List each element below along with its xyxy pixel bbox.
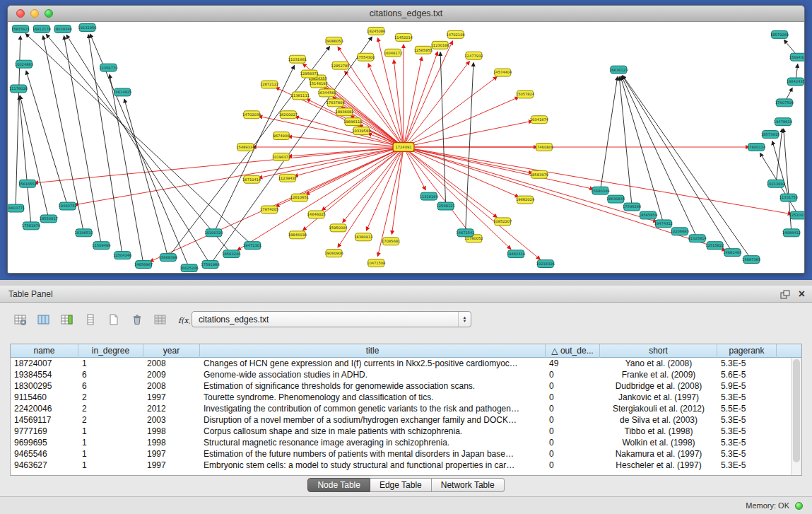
network-node[interactable]: 16380913 xyxy=(354,233,372,241)
network-node[interactable]: 17974005 xyxy=(260,206,278,214)
network-node[interactable]: 12565855 xyxy=(414,46,433,54)
network-node[interactable]: 10213692 xyxy=(767,180,785,187)
network-node[interactable]: 17581979 xyxy=(22,222,40,230)
network-node[interactable]: 9674906 xyxy=(273,132,290,140)
network-node[interactable]: 11178026 xyxy=(9,85,28,93)
network-node[interactable]: 15616553 xyxy=(18,180,37,187)
new-column-button[interactable] xyxy=(57,310,78,329)
network-node[interactable]: 17607509 xyxy=(775,99,794,107)
network-node[interactable]: 18563246 xyxy=(222,250,240,258)
table-row[interactable]: 1830029562008Estimation of significance … xyxy=(11,380,801,392)
network-node[interactable]: 15146197 xyxy=(310,80,328,88)
network-node[interactable]: 12520033 xyxy=(789,211,804,219)
column-header-short[interactable]: short xyxy=(600,344,717,358)
network-node[interactable]: 10200320 xyxy=(204,229,223,237)
new-table-button[interactable] xyxy=(103,310,124,329)
network-node[interactable]: 15668399 xyxy=(159,254,177,262)
table-row[interactable]: 1456911722003Disruption of a novel membe… xyxy=(11,414,801,426)
network-node[interactable]: 12356770 xyxy=(99,64,117,71)
network-node[interactable]: 19482416 xyxy=(507,250,525,258)
network-node[interactable]: 15489334 xyxy=(236,144,254,151)
network-canvas[interactable]: 1604617217554300128527851582435511381111… xyxy=(8,22,804,273)
table-row[interactable]: 977716911998Corpus callosum shape and si… xyxy=(11,426,801,437)
network-node[interactable]: 19478619 xyxy=(774,118,792,126)
network-node[interactable]: 19474312 xyxy=(654,220,673,228)
network-node[interactable]: 11381111 xyxy=(291,92,310,100)
network-node[interactable]: 18200027 xyxy=(279,111,298,119)
network-node[interactable]: 12610651 xyxy=(290,194,309,201)
network-node[interactable]: 18550617 xyxy=(40,215,58,223)
network-node[interactable]: 14688412 xyxy=(782,229,801,237)
network-node[interactable]: 11325814 xyxy=(688,235,707,243)
table-selector[interactable]: citations_edges.txt ▲▼ xyxy=(192,311,471,327)
network-node[interactable]: 15680349 xyxy=(591,187,609,194)
network-node[interactable]: 11239437 xyxy=(278,174,297,182)
network-node[interactable]: 18579269 xyxy=(770,30,789,38)
scrollbar-thumb[interactable] xyxy=(793,359,800,462)
network-node[interactable]: 1724091 xyxy=(393,143,414,152)
column-header-name[interactable]: name xyxy=(11,344,78,358)
network-node[interactable]: 19060906 xyxy=(324,250,343,257)
network-node[interactable]: 18029348 xyxy=(54,25,72,33)
network-node[interactable]: 16046172 xyxy=(384,49,402,57)
network-node[interactable]: 11309499 xyxy=(92,242,110,250)
network-node[interactable]: 18846038 xyxy=(288,231,307,239)
rows-button[interactable] xyxy=(80,310,101,329)
network-node[interactable]: 19460752 xyxy=(59,202,77,210)
network-node[interactable]: 10024883 xyxy=(15,60,33,68)
network-node[interactable]: 18936082 xyxy=(335,108,353,116)
network-node[interactable]: 11230166 xyxy=(431,41,449,49)
table-row[interactable]: 946554611997Estimation of the future num… xyxy=(11,448,801,460)
network-node[interactable]: 12958371 xyxy=(300,70,319,78)
network-node[interactable]: 19682029 xyxy=(516,196,534,204)
network-node[interactable]: 10196532 xyxy=(74,229,93,237)
network-node[interactable]: 14614825 xyxy=(113,88,131,96)
split-handle[interactable]: ▴ xyxy=(0,280,812,286)
network-node[interactable]: 16912178 xyxy=(33,25,51,33)
float-panel-button[interactable] xyxy=(780,290,790,299)
network-node[interactable]: 17637806 xyxy=(326,99,344,107)
network-node[interactable]: 12872122 xyxy=(260,81,278,88)
network-node[interactable]: 17596266 xyxy=(623,203,641,211)
network-node[interactable]: 14646025 xyxy=(307,211,326,218)
column-header-in_degree[interactable]: in_degree xyxy=(78,344,143,358)
column-settings-button[interactable] xyxy=(10,310,31,329)
network-node[interactable]: 16636123 xyxy=(609,66,628,74)
network-node[interactable]: 12515822 xyxy=(705,242,724,250)
network-node[interactable]: 15815621 xyxy=(11,25,30,33)
network-node[interactable]: 17085681 xyxy=(382,238,400,245)
network-graph[interactable]: 1604617217554300128527851582435511381111… xyxy=(8,22,804,273)
table-row[interactable]: 911546021997Tourette syndrome. Phenomeno… xyxy=(11,392,801,403)
network-node[interactable]: 11031661 xyxy=(288,55,307,63)
network-window-titlebar[interactable]: citations_edges.txt xyxy=(8,6,804,22)
network-node[interactable]: 10471508 xyxy=(367,259,385,267)
network-node[interactable]: 11452014 xyxy=(394,33,413,41)
network-node[interactable]: 16710414 xyxy=(242,175,261,183)
network-node[interactable]: 17554300 xyxy=(356,53,375,61)
network-node[interactable]: 12852785 xyxy=(331,62,349,69)
network-node[interactable]: 18583979 xyxy=(530,170,548,178)
column-header-pagerank[interactable]: pagerank xyxy=(717,344,777,358)
network-node[interactable]: 15057824 xyxy=(516,90,534,98)
network-node[interactable]: 11331753 xyxy=(779,194,798,201)
table-row[interactable]: 946362711997Embryonic stem cells: a mode… xyxy=(11,460,801,471)
network-node[interactable]: 14672542 xyxy=(456,229,474,237)
network-node[interactable]: 12477932 xyxy=(464,52,483,59)
network-node[interactable]: 18565859 xyxy=(639,211,657,219)
network-node[interactable]: 14656967 xyxy=(134,261,153,269)
network-node[interactable]: 11316160 xyxy=(420,192,438,200)
network-node[interactable]: 15694325 xyxy=(789,53,804,61)
network-node[interactable]: 19086053 xyxy=(324,37,343,45)
network-node[interactable]: 10206683 xyxy=(671,228,689,235)
network-node[interactable]: 12504346 xyxy=(113,252,131,259)
network-node[interactable]: 19896110 xyxy=(343,118,362,126)
network-node[interactable]: 16630835 xyxy=(606,195,625,203)
network-node[interactable]: 17600114 xyxy=(747,144,765,151)
network-node[interactable]: 18573915 xyxy=(761,131,779,139)
network-node[interactable]: 14574404 xyxy=(493,69,512,76)
network-node[interactable]: 10852207 xyxy=(493,218,512,226)
network-node[interactable]: 14702106 xyxy=(446,30,464,38)
network-node[interactable]: 17460809 xyxy=(535,144,553,151)
table-row[interactable]: 969969511998Structural magnetic resonanc… xyxy=(11,437,801,448)
tab-edge-table[interactable]: Edge Table xyxy=(370,478,432,492)
